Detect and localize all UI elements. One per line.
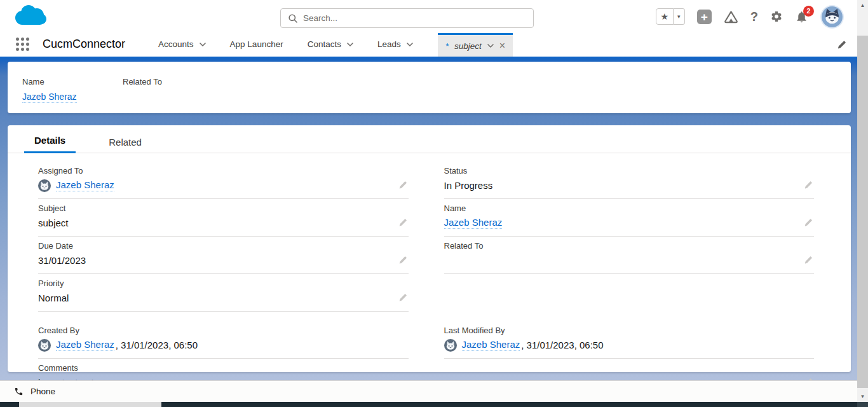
close-tab-icon[interactable]: × [499, 41, 505, 51]
field-label: Created By [38, 326, 392, 335]
record-highlights-card: Name Related To Jazeb Sheraz [8, 62, 851, 113]
edit-nav-pencil-icon[interactable] [837, 40, 846, 52]
field-label: Priority [38, 279, 392, 288]
record-page-background: Name Related To Jazeb Sheraz Details Rel… [0, 57, 857, 380]
user-avatar-icon [38, 339, 51, 352]
created-by-datetime: , 31/01/2023, 06:50 [116, 340, 198, 350]
field-due-date: Due Date 31/01/2023 [38, 237, 409, 274]
field-label: Comments [38, 363, 797, 373]
favorites-star-icon[interactable]: ★ [656, 8, 674, 25]
notifications-bell-icon[interactable]: 2 [795, 10, 808, 24]
app-launcher-waffle-icon[interactable] [16, 38, 29, 51]
field-label: Related To [444, 241, 798, 251]
favorites-dropdown-icon[interactable]: ▾ [674, 8, 685, 25]
notification-count-badge: 2 [803, 6, 814, 17]
field-label: Last Modified By [444, 326, 798, 335]
last-modified-by-link[interactable]: Jazeb Sheraz [462, 339, 520, 351]
user-avatar-icon [38, 179, 51, 192]
nav-item-app-launcher[interactable]: App Launcher [218, 32, 295, 57]
field-value: 31/01/2023 [38, 254, 392, 267]
nav-item-accounts[interactable]: Accounts [146, 32, 218, 57]
field-value [444, 254, 798, 267]
horizontal-scrollbar[interactable] [0, 402, 868, 407]
scrollbar-corner [857, 402, 868, 407]
assigned-to-link[interactable]: Jazeb Sheraz [56, 179, 114, 191]
search-icon [288, 14, 297, 23]
chevron-down-icon[interactable] [347, 43, 353, 46]
nav-item-label: App Launcher [230, 39, 283, 49]
field-label: Assigned To [38, 166, 392, 176]
app-name: CucmConnector [43, 38, 125, 51]
chevron-down-icon[interactable] [407, 43, 413, 46]
edit-pencil-icon[interactable] [398, 181, 407, 192]
scroll-up-icon[interactable]: ▲ [857, 0, 868, 11]
field-value: Normal [38, 291, 392, 305]
name-link[interactable]: Jazeb Sheraz [444, 217, 503, 229]
user-avatar-icon [444, 339, 457, 352]
nav-items: Accounts App Launcher Contacts Leads * s… [146, 32, 513, 57]
field-label: Status [444, 166, 798, 176]
global-search [280, 8, 534, 28]
highlight-name-link[interactable]: Jazeb Sheraz [22, 92, 77, 103]
field-label: Subject [38, 204, 392, 213]
field-created-by: Created By Jazeb Sheraz , 31/01/2023, 06… [38, 321, 409, 359]
guidance-center-icon[interactable] [724, 10, 738, 24]
user-profile-avatar[interactable] [820, 5, 844, 29]
field-assigned-to: Assigned To Jazeb Sheraz [38, 162, 409, 199]
nav-item-leads[interactable]: Leads [365, 32, 425, 57]
edit-pencil-icon[interactable] [398, 256, 407, 267]
field-label: Name [444, 204, 798, 213]
search-input[interactable] [303, 13, 533, 23]
tab-details[interactable]: Details [24, 127, 76, 153]
field-last-modified-by: Last Modified By Jazeb Sheraz , 31/01/20… [444, 321, 815, 359]
field-empty [444, 274, 815, 312]
edit-pencil-icon[interactable] [804, 181, 813, 192]
chevron-down-icon[interactable] [200, 43, 206, 46]
global-header: ★ ▾ + ? 2 [0, 0, 868, 32]
edit-pencil-icon[interactable] [804, 256, 813, 267]
field-related-to: Related To [444, 237, 815, 274]
tab-related[interactable]: Related [98, 129, 152, 153]
field-name: Name Jazeb Sheraz [444, 199, 815, 237]
nav-item-label: Leads [377, 39, 401, 49]
detail-fields: Assigned To Jazeb Sheraz Status In Progr… [8, 153, 851, 396]
field-value: In Progress [444, 179, 798, 192]
setup-gear-icon[interactable] [770, 10, 783, 23]
edit-pencil-icon[interactable] [804, 218, 813, 230]
phone-icon [14, 387, 24, 396]
help-icon[interactable]: ? [750, 10, 758, 24]
edit-pencil-icon[interactable] [398, 218, 407, 230]
field-status: Status In Progress [444, 162, 815, 199]
salesforce-logo[interactable] [10, 3, 50, 32]
favorites-control: ★ ▾ [656, 8, 685, 25]
edit-pencil-icon[interactable] [398, 293, 407, 305]
highlight-related-to-label: Related To [123, 77, 162, 86]
field-subject: Subject subject [38, 199, 409, 237]
field-priority: Priority Normal [38, 274, 409, 312]
field-label: Due Date [38, 241, 392, 251]
vertical-scrollbar[interactable]: ▲ ▼ [857, 0, 868, 402]
nav-item-label: Accounts [158, 39, 194, 49]
global-actions-icon[interactable]: + [697, 10, 712, 24]
unsaved-marker: * [445, 41, 449, 51]
record-detail-card: Details Related Assigned To Jazeb Sheraz… [8, 125, 851, 372]
workspace-tab-subject[interactable]: * subject × [438, 33, 513, 57]
nav-item-contacts[interactable]: Contacts [295, 32, 365, 57]
utility-bar: Phone [0, 380, 857, 402]
header-actions: ★ ▾ + ? 2 [656, 4, 844, 29]
tab-label: subject [454, 41, 482, 51]
nav-item-label: Contacts [308, 39, 341, 49]
chevron-down-icon[interactable] [487, 44, 494, 48]
horizontal-scroll-thumb[interactable] [19, 402, 161, 407]
last-modified-datetime: , 31/01/2023, 06:50 [521, 340, 603, 350]
app-nav-bar: CucmConnector Accounts App Launcher Cont… [0, 32, 868, 57]
utility-phone-button[interactable]: Phone [31, 387, 55, 396]
created-by-link[interactable]: Jazeb Sheraz [56, 339, 114, 351]
field-value: subject [38, 216, 392, 230]
vertical-scroll-thumb[interactable] [857, 36, 868, 388]
scroll-down-icon[interactable]: ▼ [857, 391, 868, 402]
record-tabs: Details Related [8, 125, 851, 153]
highlight-name-label: Name [22, 77, 44, 86]
